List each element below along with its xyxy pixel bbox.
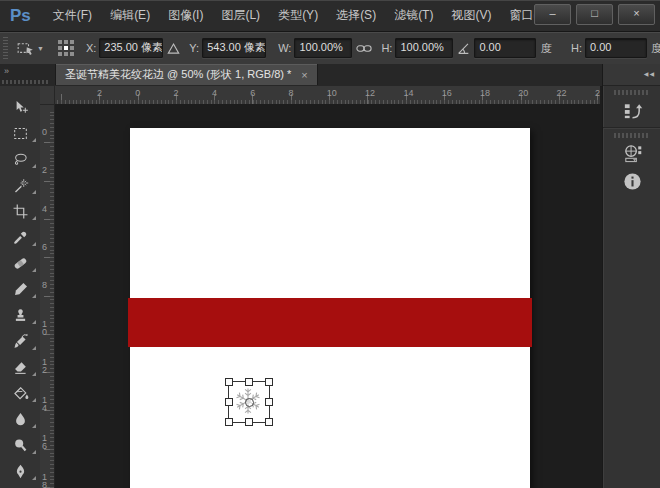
- menu-item-4[interactable]: 类型(Y): [269, 0, 327, 31]
- angle-icon: [457, 42, 470, 55]
- skew-h-field[interactable]: 0.00: [585, 38, 647, 58]
- info-panel-button[interactable]: [610, 168, 654, 195]
- transform-handle-s[interactable]: [245, 418, 253, 426]
- ruler-number: 22: [557, 88, 567, 98]
- maximize-button[interactable]: □: [576, 4, 613, 25]
- dodge-tool[interactable]: [0, 432, 40, 458]
- transform-tool-icon: [16, 39, 35, 58]
- history-brush-icon: [12, 333, 29, 350]
- menu-item-2[interactable]: 图像(I): [159, 0, 212, 31]
- delta-icon[interactable]: [167, 42, 180, 55]
- options-bar-gripper[interactable]: [3, 37, 8, 59]
- minimize-button[interactable]: –: [534, 4, 571, 25]
- flyout-indicator: [32, 294, 36, 298]
- ruler-number: 6: [250, 88, 255, 98]
- red-stripe-shape[interactable]: [128, 298, 532, 347]
- move-tool[interactable]: [0, 94, 40, 120]
- reference-point-locator[interactable]: [58, 40, 74, 56]
- transform-bounding-box[interactable]: [228, 381, 270, 423]
- blur-icon: [12, 411, 29, 428]
- transform-reference-icon[interactable]: ▼: [16, 39, 44, 58]
- tab-close-icon[interactable]: ×: [301, 69, 307, 81]
- dock-gripper[interactable]: [614, 90, 650, 95]
- chevron-down-icon: ▼: [37, 45, 44, 52]
- magic-wand-tool[interactable]: [0, 172, 40, 198]
- menu-item-5[interactable]: 选择(S): [327, 0, 385, 31]
- lasso-icon: [12, 151, 29, 168]
- menu-item-6[interactable]: 滤镜(T): [385, 0, 442, 31]
- clone-stamp-icon: [12, 307, 29, 324]
- document-tab-title: 圣诞节精美花纹花边 @ 50% (形状 1, RGB/8) *: [65, 67, 291, 82]
- ruler-number: 2: [42, 166, 51, 174]
- window-controls: –□×: [534, 4, 655, 25]
- lasso-tool[interactable]: [0, 146, 40, 172]
- x-position-field[interactable]: 235.00 像素: [99, 38, 163, 58]
- ruler-number: 2: [97, 88, 102, 98]
- transform-reference-point[interactable]: [245, 398, 254, 407]
- eyedropper-tool[interactable]: [0, 224, 40, 250]
- transform-handle-w[interactable]: [225, 398, 233, 406]
- spot-healing-brush-icon: [12, 255, 29, 272]
- menu-item-3[interactable]: 图层(L): [212, 0, 269, 31]
- vertical-ruler[interactable]: 024681012141618: [40, 104, 55, 488]
- move-icon: [12, 99, 29, 116]
- y-position-field[interactable]: 543.00 像素: [202, 38, 266, 58]
- rotate-unit-label: 度: [540, 41, 551, 56]
- transform-handle-nw[interactable]: [225, 378, 233, 386]
- toolbar-expand-icon[interactable]: »: [4, 66, 8, 76]
- dock-header: ◀◀: [603, 64, 660, 86]
- document-tab[interactable]: 圣诞节精美花纹花边 @ 50% (形状 1, RGB/8) * ×: [55, 64, 318, 85]
- tab-bar: » 圣诞节精美花纹花边 @ 50% (形状 1, RGB/8) * ×: [0, 64, 602, 87]
- history-panel-button[interactable]: [610, 97, 654, 124]
- history-brush-tool[interactable]: [0, 328, 40, 354]
- ruler-number: 16: [42, 434, 51, 450]
- clone-stamp-tool[interactable]: [0, 302, 40, 328]
- eraser-tool[interactable]: [0, 354, 40, 380]
- ruler-number: 24: [595, 88, 600, 98]
- menu-bar: Ps 文件(F)编辑(E)图像(I)图层(L)类型(Y)选择(S)滤镜(T)视图…: [0, 0, 660, 32]
- eyedropper-icon: [12, 229, 29, 246]
- menu-item-0[interactable]: 文件(F): [44, 0, 101, 31]
- ruler-number: 18: [480, 88, 490, 98]
- skew-h-unit-label: 度: [651, 41, 660, 56]
- toolbar-gripper[interactable]: [2, 80, 50, 84]
- crop-tool[interactable]: [0, 198, 40, 224]
- menu-items: 文件(F)编辑(E)图像(I)图层(L)类型(Y)选择(S)滤镜(T)视图(V)…: [44, 0, 562, 31]
- paint-bucket-tool[interactable]: [0, 380, 40, 406]
- horizontal-ruler[interactable]: 2024681012141618202224: [40, 86, 600, 105]
- ruler-number: 4: [212, 88, 217, 98]
- menu-item-1[interactable]: 编辑(E): [101, 0, 159, 31]
- photoshop-window: Ps 文件(F)编辑(E)图像(I)图层(L)类型(Y)选择(S)滤镜(T)视图…: [0, 0, 660, 488]
- rotate-angle-field[interactable]: 0.00: [474, 38, 536, 58]
- transform-handle-ne[interactable]: [265, 378, 273, 386]
- flyout-indicator: [32, 138, 36, 142]
- link-icon[interactable]: [356, 43, 372, 54]
- ruler-number: 20: [518, 88, 528, 98]
- ruler-number: 8: [42, 281, 51, 289]
- flyout-indicator: [32, 424, 36, 428]
- menu-item-7[interactable]: 视图(V): [442, 0, 500, 31]
- paint-bucket-icon: [12, 385, 29, 402]
- right-panel-dock: ◀◀: [602, 64, 660, 488]
- transform-handle-n[interactable]: [245, 378, 253, 386]
- transform-handle-e[interactable]: [265, 398, 273, 406]
- width-field[interactable]: 100.00%: [294, 38, 352, 58]
- ruler-corner[interactable]: [40, 86, 55, 105]
- 3d-material-panel-button[interactable]: [610, 140, 654, 167]
- flyout-indicator: [32, 216, 36, 220]
- flyout-indicator: [32, 164, 36, 168]
- blur-tool[interactable]: [0, 406, 40, 432]
- transform-handle-sw[interactable]: [225, 418, 233, 426]
- transform-handle-se[interactable]: [265, 418, 273, 426]
- dock-gripper[interactable]: [614, 133, 650, 138]
- close-button[interactable]: ×: [618, 4, 655, 25]
- ruler-number: 12: [365, 88, 375, 98]
- 3d-material-panel-icon: [622, 143, 643, 164]
- dock-collapse-icon[interactable]: ◀◀: [644, 70, 655, 77]
- height-field[interactable]: 100.00%: [395, 38, 453, 58]
- brush-icon: [12, 281, 29, 298]
- brush-tool[interactable]: [0, 276, 40, 302]
- spot-healing-brush-tool[interactable]: [0, 250, 40, 276]
- rectangular-marquee-tool[interactable]: [0, 120, 40, 146]
- pen-tool[interactable]: [0, 458, 40, 484]
